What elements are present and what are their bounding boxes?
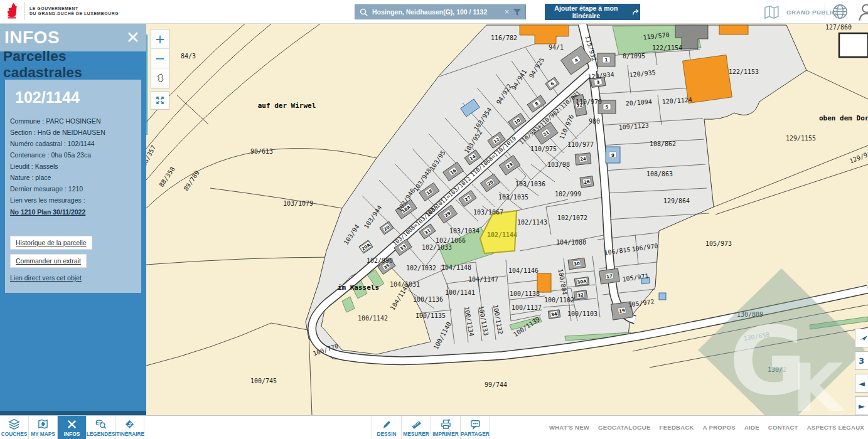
tool-imprimer[interactable]: IMPRIMER (431, 416, 461, 439)
building: 34 (548, 310, 560, 319)
fullscreen-icon (154, 94, 166, 107)
parcel-detail-row: Numéro cadastral : 102/1144 (10, 138, 136, 149)
parcel-label: 103/98 (547, 161, 570, 168)
direct-object-link[interactable]: Lien direct vers cet objet (10, 274, 82, 282)
zoom-in-button[interactable]: + (151, 29, 169, 49)
parcel-label: 94/1 (549, 44, 564, 51)
building-number: 9 (611, 153, 614, 158)
parcel-label: 100/1102 (544, 297, 574, 304)
zoom-out-button[interactable]: − (151, 49, 169, 68)
footer-link[interactable]: CONTACT (768, 424, 798, 431)
language-globe-button[interactable] (831, 3, 849, 21)
parcel-label: 100/1142 (358, 315, 388, 322)
tab-my-maps[interactable]: MY MAPS (29, 416, 58, 439)
parcel-label: 127/860 (825, 24, 852, 31)
header-divider (825, 4, 825, 19)
parcel-label: 103/1034 (449, 228, 480, 235)
parcel-label: 108/862 (650, 140, 676, 147)
building-number: 24 (580, 157, 587, 162)
parcel-label: 129/1155 (786, 135, 816, 142)
parcel-detail-row: Nature : place (10, 172, 136, 183)
building (719, 25, 748, 34)
parcel-label: 104/1148 (441, 264, 471, 271)
footer-link[interactable]: WHAT'S NEW (549, 424, 589, 431)
parcel-detail-row: Contenance : 0ha 05a 23ca (10, 149, 136, 161)
tab-couches[interactable]: COUCHES (0, 416, 29, 439)
tab-label: MY MAPS (31, 431, 55, 437)
pencil-icon (381, 418, 393, 430)
parcel-label: 100/1137 (512, 304, 542, 311)
building: 32 (574, 290, 587, 300)
building: 26 (580, 176, 594, 188)
zoom-controls: + − (151, 29, 169, 88)
tab-infos[interactable]: INFOS (58, 416, 87, 439)
footer-link[interactable]: ASPECTS LÉGAUX (807, 424, 864, 431)
search-input[interactable] (372, 8, 501, 16)
red-lion-icon (4, 2, 20, 21)
measurement-plan-link[interactable]: No 1210 Plan 30/11/2022 (10, 208, 85, 216)
tab-label: LÉGENDES (87, 431, 115, 437)
previous-extent-button[interactable]: ◄ (855, 374, 868, 393)
gouvernement-logo: LE GOUVERNEMENT DU GRAND-DUCHÉ DE LUXEMB… (4, 2, 119, 21)
cadastral-map[interactable]: 468101214161818A2020A2122232425262729313… (146, 24, 868, 415)
panel-title: INFOS (4, 28, 60, 48)
building-number: 5 (606, 105, 609, 110)
building: 17 (599, 268, 620, 284)
tool-label: PARTAGER (461, 431, 489, 437)
info-panel-header: INFOS ✕ (0, 24, 146, 51)
tab-itin-raire[interactable]: ITINÉRAIRE (115, 416, 144, 439)
parcel-card: 102/1144 Commune : PARC HOSINGENSection … (5, 80, 141, 293)
tab-label: ITINÉRAIRE (115, 431, 144, 437)
fullscreen-button[interactable] (151, 91, 169, 110)
profile-selector[interactable]: GRAND PUBLIC (761, 3, 837, 21)
user-icon (857, 3, 868, 21)
add-route-step-button[interactable]: Ajouter étape à mon itinéraire (545, 4, 640, 20)
tab-label: INFOS (64, 431, 80, 437)
parcel-detail-row: Dernier mesurage : 1210 (10, 183, 136, 194)
parcel-label: 102/1066 (436, 237, 466, 244)
clear-search-icon[interactable]: × (505, 8, 509, 16)
footer-link[interactable]: A PROPOS (703, 424, 736, 431)
building: 9 (606, 147, 620, 163)
footer-link[interactable]: AIDE (744, 424, 759, 431)
tab-l-gendes[interactable]: LÉGENDES (87, 416, 115, 439)
parcel-label: 102/999 (555, 191, 581, 198)
full-extent-button[interactable] (151, 68, 169, 88)
order-extract-button[interactable]: Commander un extrait (10, 254, 87, 268)
parcel-label: 129/864 (663, 198, 690, 204)
layers-icon (8, 418, 20, 430)
search-box[interactable]: × (355, 4, 526, 19)
parcel-label: 99/744 (485, 381, 507, 388)
footer-link[interactable]: GEOCATALOGUE (598, 424, 650, 431)
building-number: 26 (584, 179, 591, 185)
parcel-label: 102/1143 (517, 219, 547, 226)
parcel-label: 122/1154 (652, 45, 682, 51)
tool-partager[interactable]: PARTAGER (461, 416, 490, 439)
svg-text:K: K (792, 350, 845, 415)
print-button[interactable] (855, 329, 868, 347)
building (537, 273, 551, 292)
panel-footer-strip (0, 411, 146, 415)
parcel-label: 102/1032 (406, 265, 436, 272)
footer-link[interactable]: FEEDBACK (660, 424, 694, 431)
close-panel-icon[interactable]: ✕ (126, 29, 140, 46)
filter-funnel-icon[interactable] (513, 8, 522, 16)
parcel-label: 100/1141 (445, 289, 475, 296)
parcel-detail-row: Lieudit : Kassels (10, 161, 136, 172)
tool-mesurer[interactable]: MESURER (402, 416, 431, 439)
parcel-label: 104/1146 (508, 267, 538, 274)
parcel-label: 100/1138 (510, 290, 540, 297)
building-number: 32 (577, 292, 584, 298)
parcel-label: im Kassels (338, 283, 379, 292)
parcel-history-button[interactable]: Historique de la parcelle (10, 236, 92, 250)
3d-button[interactable]: 3 (855, 351, 868, 370)
parcel-label: 90/613 (250, 148, 273, 155)
tool-dessin[interactable]: DESSIN (372, 416, 402, 439)
building-number: 30 (574, 261, 581, 267)
tab-label: COUCHES (1, 431, 28, 437)
next-extent-button[interactable]: ► (855, 396, 868, 415)
building-number: 34 (551, 312, 558, 317)
logo-line2: DU GRAND-DUCHÉ DE LUXEMBOURG (29, 11, 119, 17)
geoportal-app: 468101214161818A2020A2122232425262729313… (0, 0, 868, 439)
user-account-button[interactable] (857, 3, 868, 21)
